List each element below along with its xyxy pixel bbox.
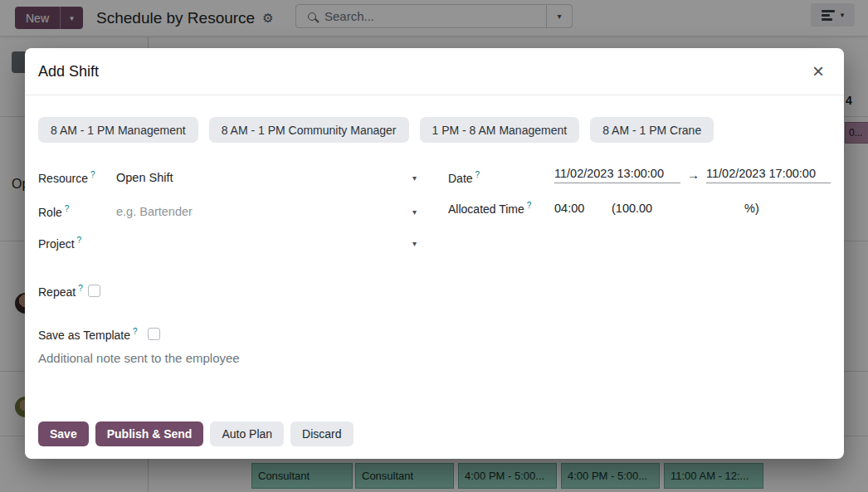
date-label: Date? bbox=[448, 170, 480, 185]
publish-send-button[interactable]: Publish & Send bbox=[95, 421, 204, 446]
save-as-template-row: Save as Template? bbox=[38, 327, 160, 342]
allocated-time-label: Allocated Time? bbox=[448, 201, 531, 216]
dialog-footer: Save Publish & Send Auto Plan Discard bbox=[38, 421, 354, 446]
help-icon[interactable]: ? bbox=[133, 327, 138, 336]
role-caret-icon[interactable]: ▾ bbox=[412, 207, 417, 217]
save-as-template-checkbox[interactable] bbox=[148, 328, 160, 340]
project-caret-icon[interactable]: ▾ bbox=[412, 239, 417, 248]
allocated-percentage-input[interactable]: (100.00 bbox=[612, 202, 652, 215]
role-field-row: Role? e.g. Bartender ▾ bbox=[38, 202, 428, 221]
project-field-row: Project? ▾ bbox=[38, 234, 428, 252]
help-icon[interactable]: ? bbox=[527, 201, 532, 210]
date-start-input[interactable]: 11/02/2023 13:00:00 bbox=[554, 167, 680, 183]
dialog-header: Add Shift × bbox=[25, 48, 844, 95]
auto-plan-button[interactable]: Auto Plan bbox=[210, 421, 284, 446]
role-input[interactable]: e.g. Bartender bbox=[116, 205, 193, 218]
save-button[interactable]: Save bbox=[38, 421, 89, 446]
template-button[interactable]: 1 PM - 8 AM Management bbox=[420, 117, 580, 143]
resource-input[interactable]: Open Shift bbox=[116, 171, 173, 184]
help-icon[interactable]: ? bbox=[65, 204, 70, 213]
close-icon[interactable]: × bbox=[806, 61, 831, 81]
help-icon[interactable]: ? bbox=[78, 284, 83, 293]
repeat-field-row: Repeat? bbox=[38, 284, 100, 299]
arrow-right-icon: → bbox=[687, 168, 700, 182]
shift-form: Resource? Open Shift ▾ Role? e.g. Barten… bbox=[38, 162, 831, 307]
allocated-percentage-suffix: %) bbox=[744, 202, 759, 215]
repeat-label: Repeat? bbox=[38, 284, 83, 299]
allocated-time-input[interactable]: 04:00 bbox=[554, 202, 584, 215]
help-icon[interactable]: ? bbox=[475, 170, 480, 179]
help-icon[interactable]: ? bbox=[77, 236, 82, 245]
project-label: Project? bbox=[38, 236, 81, 251]
date-end-input[interactable]: 11/02/2023 17:00:00 bbox=[706, 167, 831, 183]
template-button[interactable]: 8 AM - 1 PM Community Manager bbox=[209, 117, 409, 143]
discard-button[interactable]: Discard bbox=[290, 421, 353, 446]
template-button[interactable]: 8 AM - 1 PM Crane bbox=[590, 117, 714, 143]
allocated-time-row: Allocated Time? 04:00 (100.00 %) bbox=[448, 199, 831, 217]
note-input[interactable]: Additional note sent to the employee bbox=[38, 351, 240, 365]
role-label: Role? bbox=[38, 204, 69, 219]
add-shift-dialog: Add Shift × 8 AM - 1 PM Management 8 AM … bbox=[25, 48, 844, 459]
repeat-checkbox[interactable] bbox=[88, 285, 100, 297]
date-field-row: Date? 11/02/2023 13:00:00 → 11/02/2023 1… bbox=[448, 168, 831, 187]
resource-caret-icon[interactable]: ▾ bbox=[412, 173, 417, 183]
screen: New ▾ Schedule by Resource ⚙ Search... ▾… bbox=[0, 0, 868, 492]
save-as-template-label: Save as Template? bbox=[38, 327, 138, 342]
resource-field-row: Resource? Open Shift ▾ bbox=[38, 168, 428, 187]
shift-template-row: 8 AM - 1 PM Management 8 AM - 1 PM Commu… bbox=[38, 117, 714, 143]
dialog-title: Add Shift bbox=[38, 63, 99, 80]
help-icon[interactable]: ? bbox=[90, 170, 95, 179]
template-button[interactable]: 8 AM - 1 PM Management bbox=[38, 117, 198, 143]
resource-label: Resource? bbox=[38, 170, 95, 185]
